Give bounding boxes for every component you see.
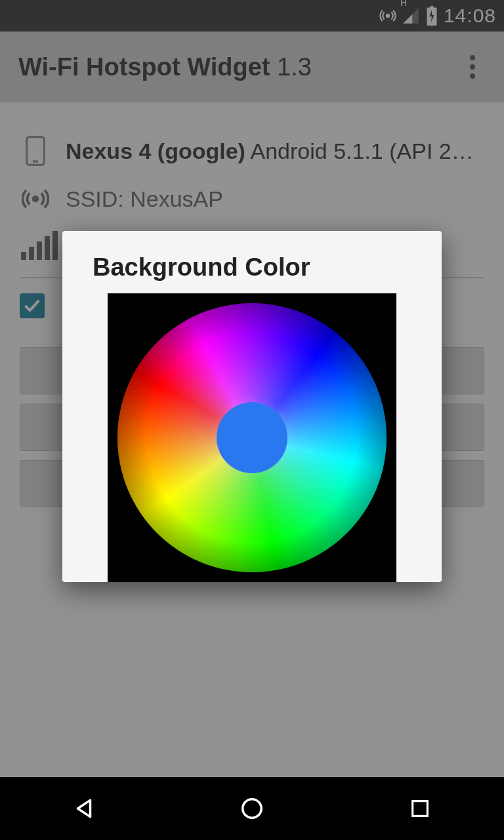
home-button[interactable] — [213, 789, 291, 828]
color-selection-indicator[interactable] — [217, 402, 287, 473]
back-button[interactable] — [45, 789, 123, 828]
color-picker-dialog: Background Color — [62, 231, 442, 582]
navigation-bar — [0, 777, 504, 840]
svg-point-11 — [243, 799, 262, 818]
recent-apps-button[interactable] — [381, 789, 459, 828]
dialog-title: Background Color — [93, 253, 411, 282]
color-wheel-container — [108, 293, 396, 582]
svg-rect-12 — [413, 801, 428, 816]
